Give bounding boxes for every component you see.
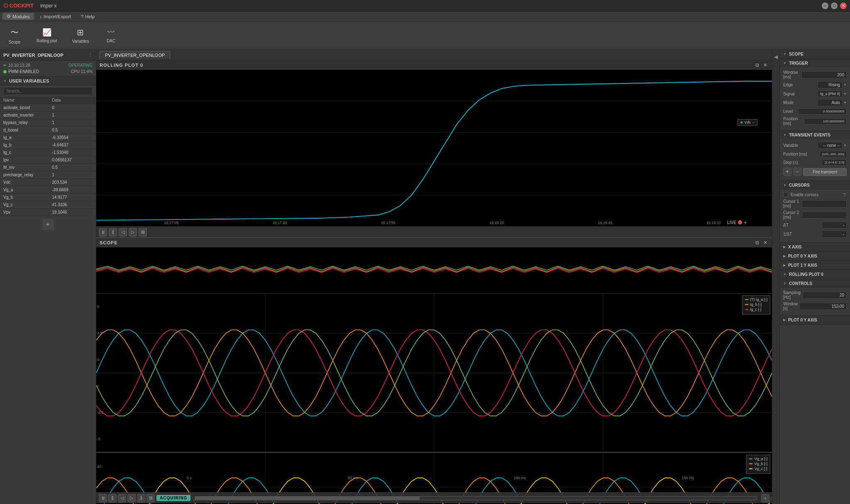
var-value: 0 xyxy=(52,105,93,110)
rp-plot0-y-axis-header[interactable]: ▶ PLOT 0 Y AXIS xyxy=(780,252,850,261)
rp-controls-header[interactable]: ▼ CONTROLS xyxy=(780,279,850,288)
rp-transient-header[interactable]: ▼ TRANSIENT EVENTS xyxy=(780,131,850,139)
cpu-info: CPU 11.4% xyxy=(71,69,93,74)
table-row: Vpv19.1046 xyxy=(0,209,96,216)
variables-btn-label: Variables xyxy=(72,39,89,44)
help-menu[interactable]: ? Help xyxy=(77,13,99,20)
scope-toolbar-btn[interactable]: 〜 Scope xyxy=(4,25,25,46)
cursor1-input[interactable] xyxy=(802,200,847,207)
scope-stop-btn[interactable]: ⏸ xyxy=(99,494,107,502)
var-name: Vpv xyxy=(3,210,52,214)
rp-x-axis-header[interactable]: ▶ X AXIS xyxy=(780,243,850,251)
rewind-btn[interactable]: ⟪ xyxy=(109,228,117,236)
rp-cursors-body: Enable cursors ⊤ Cursor 1 [ms] Cursor 2 … xyxy=(780,190,850,242)
level-input[interactable] xyxy=(798,108,847,114)
sampling-hz-input[interactable] xyxy=(802,292,847,299)
iga-legend-dot xyxy=(745,299,748,300)
edge-chevron: ▼ xyxy=(843,83,847,87)
maximize-button[interactable]: □ xyxy=(831,2,838,9)
window-ms-input[interactable] xyxy=(801,71,847,78)
help-icon: ? xyxy=(81,14,83,19)
scope-back-btn[interactable]: ◁ xyxy=(118,494,126,502)
rolling-plot-toolbar: ⏸ ⟪ ◁ ▷ ⊞ xyxy=(96,226,772,237)
window-controls[interactable]: – □ ✕ xyxy=(822,2,847,9)
rolling-plot-btn-label: Rolling plot xyxy=(37,39,57,43)
rp-x-axis-section: ▶ X AXIS xyxy=(780,243,850,252)
variables-toolbar-btn[interactable]: ⊞ Variables xyxy=(68,26,92,45)
dac-toolbar-btn[interactable]: 〰 DAC xyxy=(100,27,121,45)
rp-rolling-plot0-y-axis-header[interactable]: ▶ PLOT 0 Y AXIS xyxy=(780,316,850,324)
sidebar-menu-icon[interactable]: ⋮ xyxy=(88,52,93,58)
app-title: imper x xyxy=(40,3,56,9)
main-tab[interactable]: PV_INVERTER_OPENLOOP xyxy=(100,51,170,59)
user-vars-header[interactable]: ▼ USER VARIABLES xyxy=(0,77,96,85)
table-row: Vg_a-39.6669 xyxy=(0,186,96,194)
live-badge: LIVE + xyxy=(727,219,747,226)
enable-cursors-checkbox[interactable] xyxy=(783,192,788,197)
window-s-input[interactable] xyxy=(799,303,847,310)
signal-value: Ig_a [Plot 0] xyxy=(818,90,843,97)
grid-btn[interactable]: ⊞ xyxy=(139,228,147,236)
rp-variable-row: Variable -- none -- ▼ xyxy=(783,142,847,149)
scope-icon: 〜 xyxy=(10,27,19,38)
scope-grid-btn[interactable]: ⊞ xyxy=(147,494,155,502)
transient-add-btn[interactable]: + xyxy=(783,168,791,176)
cursor2-input[interactable] xyxy=(802,212,847,219)
var-name: Ipv xyxy=(3,158,52,162)
add-variable-button[interactable]: + xyxy=(42,219,54,230)
scope-close-btn[interactable]: ✕ xyxy=(762,240,769,246)
import-export-menu[interactable]: ↕ Import/Export xyxy=(36,13,76,20)
mode-value: Auto xyxy=(818,99,843,106)
scope-lower-legend: Vg_a [-] Vg_b [-] Vg_c [-] xyxy=(746,455,770,474)
scope-fastfwd-btn[interactable]: ⟫ xyxy=(137,494,145,502)
position-ms-input[interactable] xyxy=(804,118,847,124)
rp-cursors-header[interactable]: ▼ CURSORS xyxy=(780,181,850,190)
rolling-plot-header: ROLLING PLOT 0 ⧉ ✕ xyxy=(96,61,772,70)
var-value: 41.3106 xyxy=(52,202,93,207)
igc-legend-dot xyxy=(745,309,748,310)
forward-btn[interactable]: ▷ xyxy=(129,228,137,236)
var-value: 0.5 xyxy=(52,128,93,132)
rolling-plot-toolbar-btn[interactable]: 📈 Rolling plot xyxy=(33,26,60,45)
rolling-plot-popout-btn[interactable]: ⧉ xyxy=(754,62,760,68)
rp-rolling-plot0-header[interactable]: ▼ ROLLING PLOT 0 xyxy=(780,270,850,279)
minimize-button[interactable]: – xyxy=(822,2,828,9)
rolling-plot-panel: ROLLING PLOT 0 ⧉ ✕ 250 200 150 100 50 0 xyxy=(96,61,772,238)
titlebar-left: ⬡ COCKPIT imper x xyxy=(3,2,56,9)
var-name: Vg_b xyxy=(3,195,52,200)
rp-controls-section: ▼ CONTROLS Sampling [Hz] Window [s] xyxy=(780,279,850,316)
right-panel-collapse[interactable]: ◀ xyxy=(772,50,779,504)
rp-scope-header[interactable]: ▼ SCOPE xyxy=(780,50,850,58)
modules-icon: ⚙ xyxy=(7,14,11,19)
scope-fwd-btn[interactable]: ▷ xyxy=(127,494,136,502)
close-button[interactable]: ✕ xyxy=(840,2,847,9)
rp-mode-row: Mode Auto ▼ xyxy=(783,99,847,106)
add-plot-btn[interactable]: + xyxy=(744,219,747,226)
scope-status-bar: ⏸ ⟪ ◁ ▷ ⟫ ⊞ ACQUIRING + xyxy=(96,492,772,503)
rp-window-ms-row: Window [ms] xyxy=(783,70,847,79)
scope-rewind-btn[interactable]: ⟪ xyxy=(108,494,117,502)
scope-popout-btn[interactable]: ⧉ xyxy=(754,240,760,246)
device-ip-row: ✏ 10.10.13.28 OPERATING xyxy=(3,63,93,68)
rp-sampling-hz-row: Sampling [Hz] xyxy=(783,290,847,299)
fire-transient-button[interactable]: Fire transient xyxy=(803,168,847,176)
var-value: -39.6669 xyxy=(52,187,93,192)
rp-plot1-y-axis-header[interactable]: ▶ PLOT 1 Y AXIS xyxy=(780,261,850,270)
rp-plot0-y-axis-section: ▶ PLOT 0 Y AXIS xyxy=(780,252,850,261)
var-value: 1 xyxy=(52,113,93,117)
rp-trigger-header[interactable]: ▼ TRIGGER xyxy=(780,59,850,68)
signal-chevron: ▼ xyxy=(843,92,847,96)
rp-window-s-row: Window [s] xyxy=(783,302,847,311)
search-input[interactable] xyxy=(3,87,93,95)
rolling-plot-svg xyxy=(96,70,772,226)
transient-remove-btn[interactable]: − xyxy=(793,168,801,176)
modules-menu[interactable]: ⚙ Modules xyxy=(2,13,34,20)
rp-trigger-section: ▼ TRIGGER Window [ms] Edge Rising ▼ Sign… xyxy=(780,59,850,131)
back-btn[interactable]: ◁ xyxy=(119,228,127,236)
pause-btn[interactable]: ⏸ xyxy=(99,228,107,236)
variable-value: -- none -- xyxy=(818,142,843,149)
var-name: Vg_c xyxy=(3,202,52,207)
rolling-plot-close-btn[interactable]: ✕ xyxy=(762,62,769,68)
scope-add-btn[interactable]: + xyxy=(761,494,769,502)
rp-cursor2-row: Cursor 2 [ms] xyxy=(783,210,847,219)
